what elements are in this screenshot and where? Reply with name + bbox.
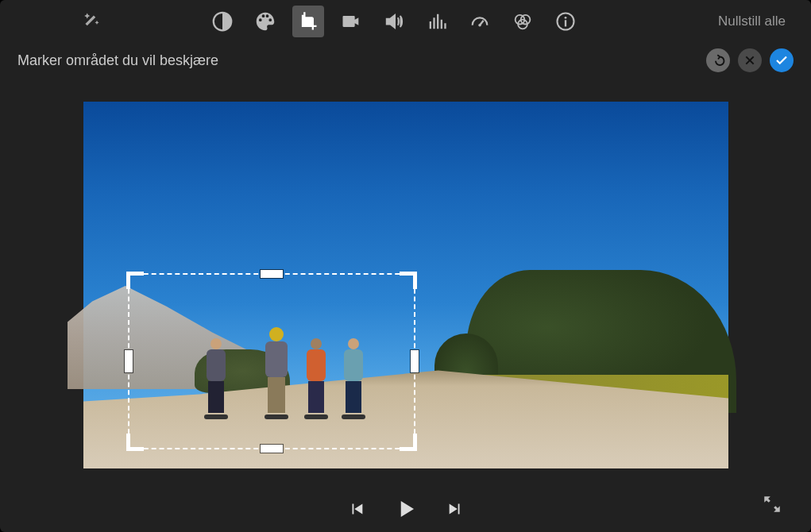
info-icon — [554, 10, 577, 33]
crop-handle-top-left[interactable] — [126, 272, 144, 289]
contrast-icon — [210, 10, 234, 33]
camera-button[interactable] — [335, 6, 367, 37]
svg-point-6 — [565, 17, 567, 19]
crop-icon — [297, 10, 319, 33]
previous-frame-button[interactable] — [348, 500, 365, 518]
crop-handle-top-right[interactable] — [400, 272, 417, 289]
crop-handle-bottom-right[interactable] — [400, 434, 417, 451]
volume-button[interactable] — [378, 6, 410, 37]
crop-instruction-text: Marker området du vil beskjære — [17, 52, 218, 69]
undo-icon — [711, 53, 725, 67]
confirm-button[interactable] — [770, 48, 794, 72]
skip-next-icon — [446, 500, 464, 518]
svg-point-1 — [478, 24, 481, 26]
speed-button[interactable] — [464, 6, 496, 37]
video-preview[interactable] — [83, 102, 728, 468]
next-frame-button[interactable] — [446, 500, 464, 518]
info-button[interactable] — [550, 6, 581, 37]
crop-instruction-bar: Marker området du vil beskjære — [0, 43, 811, 78]
palette-icon — [253, 10, 277, 33]
toolbar: Nullstill alle — [0, 0, 811, 43]
color-button[interactable] — [249, 6, 281, 37]
cancel-button[interactable] — [738, 48, 762, 72]
filters-icon — [512, 10, 534, 33]
editor-panel: Nullstill alle Marker området du vil bes… — [0, 0, 811, 532]
volume-icon — [383, 10, 405, 33]
play-icon — [394, 497, 418, 521]
crop-button[interactable] — [292, 6, 324, 37]
close-icon — [743, 54, 756, 67]
undo-button[interactable] — [706, 48, 730, 72]
contrast-button[interactable] — [207, 6, 238, 37]
crop-handle-bottom[interactable] — [261, 445, 283, 453]
video-camera-icon — [340, 10, 362, 33]
svg-rect-7 — [565, 20, 566, 26]
crop-handle-top[interactable] — [261, 270, 283, 278]
equalizer-button[interactable] — [421, 6, 453, 37]
filters-button[interactable] — [507, 6, 539, 37]
transport-controls — [348, 497, 464, 521]
magic-wand-icon — [80, 10, 102, 33]
magic-wand-button[interactable] — [75, 6, 107, 37]
crop-handle-left[interactable] — [125, 350, 133, 372]
speedometer-icon — [469, 10, 491, 33]
expand-button[interactable] — [762, 494, 782, 518]
play-button[interactable] — [394, 497, 418, 521]
crop-handle-right[interactable] — [411, 350, 419, 372]
reset-all-button[interactable]: Nullstill alle — [718, 13, 786, 29]
equalizer-icon — [426, 10, 448, 33]
checkmark-icon — [774, 53, 789, 67]
crop-handle-bottom-left[interactable] — [126, 434, 144, 451]
expand-icon — [762, 494, 782, 515]
skip-previous-icon — [348, 500, 365, 518]
crop-selection[interactable] — [128, 273, 415, 449]
